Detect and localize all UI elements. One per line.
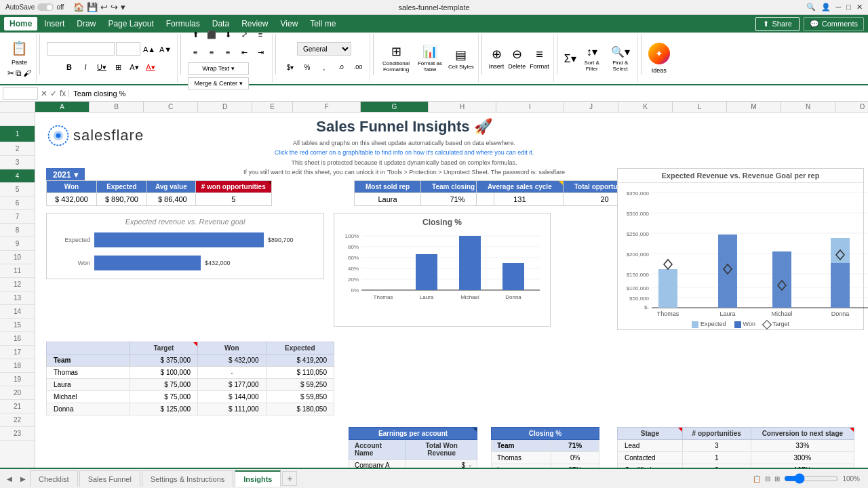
font-color-button[interactable]: A▾ [143, 60, 158, 75]
col-header-J[interactable]: J [564, 102, 618, 112]
earnings-row-name: Company A [349, 460, 406, 468]
search-icon[interactable]: 🔍 [806, 3, 816, 12]
zoom-slider[interactable] [784, 475, 838, 482]
col-header-B[interactable]: B [90, 102, 144, 112]
increase-decimal-button[interactable]: .00 [351, 60, 366, 75]
comments-button[interactable]: 💬Comments [804, 17, 864, 31]
font-group: Ubuntu 12 A▲ A▼ B I U▾ ⊞ A▾ A▾ [43, 34, 178, 83]
align-top-button[interactable]: ⬆ [188, 27, 203, 42]
sheet-content[interactable]: salesflare Sales Funnel Insights 🚀 All t… [35, 113, 868, 468]
find-select-label[interactable]: Find & Select [608, 60, 633, 72]
menu-home[interactable]: Home [4, 17, 37, 30]
merge-center-button[interactable]: Merge & Center ▾ [188, 77, 249, 89]
svg-text:$300,000: $300,000 [627, 211, 650, 217]
tab-settings[interactable]: Settings & Instructions [142, 470, 233, 487]
col-header-D[interactable]: D [198, 102, 252, 112]
alignment-group: ⬆ ⬛ ⬇ ⤢ ≡ ≡ ≡ ≡ ⇤ ⇥ Wrap Text ▾ Merge & … [184, 34, 273, 83]
confirm-formula-icon[interactable]: ✓ [50, 89, 57, 98]
format-painter-icon[interactable]: 🖌 [23, 68, 31, 78]
ideas-group[interactable]: Ideas [644, 34, 674, 83]
decrease-indent-button[interactable]: ⇤ [237, 45, 252, 60]
currency-button[interactable]: $▾ [283, 60, 298, 75]
tab-sales-funnel[interactable]: Sales Funnel [79, 470, 140, 487]
format-table-label[interactable]: Format as Table [414, 60, 446, 73]
menu-view[interactable]: View [275, 17, 304, 30]
ideas-label: Ideas [652, 67, 667, 74]
col-header-A[interactable]: A [35, 102, 90, 112]
increase-font-button[interactable]: A▲ [142, 42, 157, 57]
insert-function-icon[interactable]: fx [60, 89, 66, 98]
col-header-G[interactable]: G [361, 102, 429, 112]
align-middle-button[interactable]: ⬛ [204, 27, 219, 42]
increase-indent-button[interactable]: ⇥ [253, 45, 268, 60]
delete-label[interactable]: Delete [508, 63, 526, 70]
cell-reference[interactable]: G4 [3, 87, 38, 100]
comma-button[interactable]: , [317, 60, 332, 75]
menu-page-layout[interactable]: Page Layout [102, 17, 159, 30]
tab-next[interactable]: ▶ [16, 472, 30, 485]
align-left-button[interactable]: ≡ [188, 45, 203, 60]
paste-button[interactable]: 📋 [7, 39, 32, 58]
font-size[interactable]: 12 [116, 42, 140, 56]
tab-checklist[interactable]: Checklist [30, 470, 78, 487]
col-header-K[interactable]: K [618, 102, 673, 112]
cancel-formula-icon[interactable]: ✕ [41, 89, 47, 98]
stage-table-section: Stage # opportunities Conversion to next… [617, 427, 854, 468]
year-dropdown[interactable]: 2021 ▾ [46, 168, 85, 182]
fill-color-button[interactable]: A▾ [127, 60, 142, 75]
col-header-F[interactable]: F [293, 102, 361, 112]
share-button[interactable]: ⬆Share [755, 17, 799, 31]
redo-icon[interactable]: ↪ [111, 2, 118, 12]
close-icon[interactable]: ✕ [856, 3, 863, 12]
menu-insert[interactable]: Insert [39, 17, 70, 30]
menu-draw[interactable]: Draw [71, 17, 101, 30]
revenue-col-header: Total Won Revenue [406, 440, 477, 460]
tab-prev[interactable]: ◀ [3, 472, 16, 485]
copy-icon[interactable]: ⧉ [16, 68, 22, 78]
font-selector[interactable]: Ubuntu [47, 42, 115, 56]
format-label[interactable]: Format [530, 63, 549, 70]
decrease-font-button[interactable]: A▼ [158, 42, 173, 57]
col-header-C[interactable]: C [144, 102, 198, 112]
col-header-H[interactable]: H [429, 102, 496, 112]
autosave-toggle[interactable] [37, 3, 54, 11]
italic-button[interactable]: I [78, 60, 93, 75]
sort-filter-label[interactable]: Sort & Filter [579, 60, 605, 72]
align-bottom-button[interactable]: ⬇ [220, 27, 235, 42]
tab-insights[interactable]: Insights [235, 470, 281, 487]
row-3: 3 [0, 156, 35, 169]
decrease-decimal-button[interactable]: .0 [334, 60, 349, 75]
customize-icon[interactable]: ▾ [121, 2, 125, 12]
account-icon[interactable]: 👤 [821, 3, 831, 12]
indent-button[interactable]: ≡ [253, 27, 268, 42]
bold-button[interactable]: B [62, 60, 77, 75]
cell-styles-label[interactable]: Cell Styles [448, 64, 474, 70]
undo-icon[interactable]: ↩ [100, 2, 108, 12]
col-header-N[interactable]: N [781, 102, 835, 112]
subtitle-1: All tables and graphs on this sheet upda… [178, 138, 631, 148]
align-center-button[interactable]: ≡ [204, 45, 219, 60]
save-icon[interactable]: 💾 [87, 2, 98, 12]
wrap-text-button[interactable]: Wrap Text ▾ [188, 62, 249, 75]
col-header-M[interactable]: M [727, 102, 781, 112]
add-sheet-button[interactable]: + [282, 471, 297, 486]
underline-button[interactable]: U▾ [94, 60, 109, 75]
col-header-L[interactable]: L [673, 102, 727, 112]
home-icon[interactable]: 🏠 [73, 2, 84, 12]
formula-content[interactable]: Team closing % [68, 89, 865, 98]
border-button[interactable]: ⊞ [111, 60, 125, 75]
number-format-select[interactable]: General Number Currency Date Percentage [297, 42, 351, 56]
insert-label[interactable]: Insert [489, 63, 505, 70]
percent-button[interactable]: % [300, 60, 315, 75]
col-header-O[interactable]: O [835, 102, 868, 112]
orientation-button[interactable]: ⤢ [237, 27, 252, 42]
align-right-button[interactable]: ≡ [220, 45, 235, 60]
minimize-icon[interactable]: ─ [836, 3, 842, 12]
menu-tell-me[interactable]: Tell me [304, 17, 341, 30]
col-header-I[interactable]: I [496, 102, 564, 112]
maximize-icon[interactable]: □ [846, 3, 851, 12]
cut-icon[interactable]: ✂ [7, 68, 14, 78]
conditional-formatting-label[interactable]: Conditional Formatting [380, 60, 412, 73]
col-header-E[interactable]: E [252, 102, 293, 112]
sum-icon: Σ▾ [564, 52, 576, 65]
